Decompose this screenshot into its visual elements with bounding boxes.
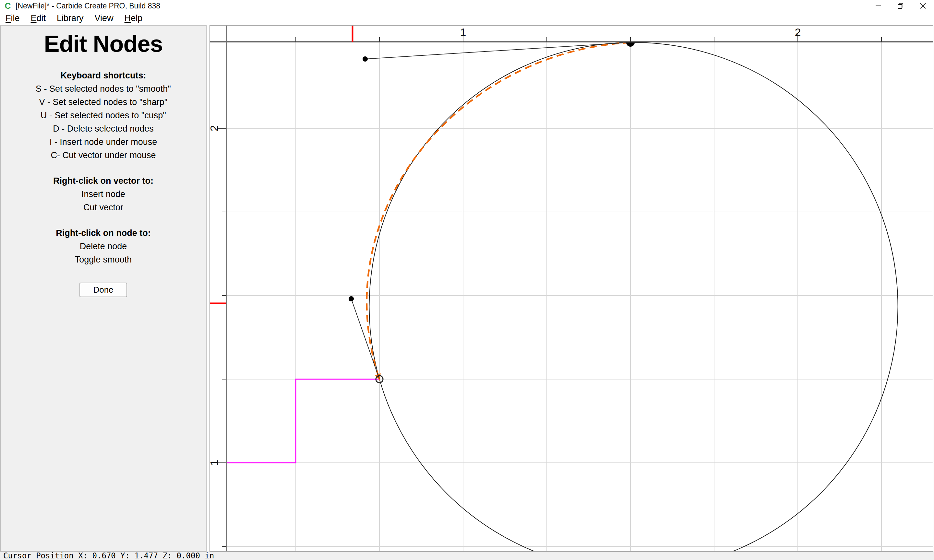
panel-section: Right-click on node to:Delete nodeToggle… bbox=[35, 226, 171, 266]
control-point-handle[interactable] bbox=[362, 56, 368, 62]
menu-item-help[interactable]: Help bbox=[119, 12, 148, 25]
section-heading: Keyboard shortcuts: bbox=[35, 69, 171, 82]
section-heading: Right-click on vector to: bbox=[35, 174, 171, 188]
section-item: Toggle smooth bbox=[35, 253, 171, 266]
title-bar: C [NewFile]* - Carbide Create PRO, Build… bbox=[0, 0, 934, 12]
menu-bar: FileEditLibraryViewHelp bbox=[0, 12, 934, 25]
ruler-label: 2 bbox=[210, 125, 220, 132]
ruler-label: 1 bbox=[210, 460, 220, 466]
ruler-label: 2 bbox=[795, 26, 801, 38]
design-canvas[interactable]: 1221 bbox=[210, 25, 933, 552]
top-ruler bbox=[210, 25, 933, 42]
section-item: Insert node bbox=[35, 188, 171, 201]
section-item: C- Cut vector under mouse bbox=[35, 149, 171, 162]
canvas-background bbox=[210, 25, 933, 552]
panel-title: Edit Nodes bbox=[44, 30, 162, 57]
restore-button[interactable] bbox=[889, 0, 912, 12]
window-controls bbox=[867, 0, 934, 12]
status-bar: Cursor Position X: 0.670 Y: 1.477 Z: 0.0… bbox=[0, 552, 934, 560]
app-logo-icon: C bbox=[4, 2, 12, 10]
minimize-icon bbox=[875, 3, 882, 9]
edit-nodes-panel: Edit Nodes Keyboard shortcuts:S - Set se… bbox=[0, 25, 207, 552]
section-item: S - Set selected nodes to "smooth" bbox=[35, 82, 171, 95]
ruler-label: 1 bbox=[460, 26, 466, 38]
section-item: U - Set selected nodes to "cusp" bbox=[35, 109, 171, 122]
menu-item-view[interactable]: View bbox=[89, 12, 119, 25]
panel-section: Keyboard shortcuts:S - Set selected node… bbox=[35, 69, 171, 162]
canvas-svg[interactable]: 1221 bbox=[210, 25, 933, 552]
section-heading: Right-click on node to: bbox=[35, 226, 171, 240]
panel-sections: Keyboard shortcuts:S - Set selected node… bbox=[35, 57, 171, 266]
restore-icon bbox=[897, 3, 904, 9]
close-button[interactable] bbox=[912, 0, 934, 12]
menu-item-file[interactable]: File bbox=[0, 12, 25, 25]
section-item: I - Insert node under mouse bbox=[35, 135, 171, 149]
control-point-handle[interactable] bbox=[348, 296, 354, 302]
window-title: [NewFile]* - Carbide Create PRO, Build 8… bbox=[15, 2, 160, 10]
panel-section: Right-click on vector to:Insert nodeCut … bbox=[35, 174, 171, 214]
close-icon bbox=[919, 2, 926, 9]
section-item: V - Set selected nodes to "sharp" bbox=[35, 95, 171, 109]
minimize-button[interactable] bbox=[867, 0, 889, 12]
menu-item-library[interactable]: Library bbox=[51, 12, 89, 25]
section-item: Delete node bbox=[35, 240, 171, 253]
done-button[interactable]: Done bbox=[79, 283, 127, 297]
left-ruler bbox=[210, 25, 227, 552]
menu-item-edit[interactable]: Edit bbox=[25, 12, 52, 25]
section-item: D - Delete selected nodes bbox=[35, 122, 171, 135]
section-item: Cut vector bbox=[35, 201, 171, 214]
